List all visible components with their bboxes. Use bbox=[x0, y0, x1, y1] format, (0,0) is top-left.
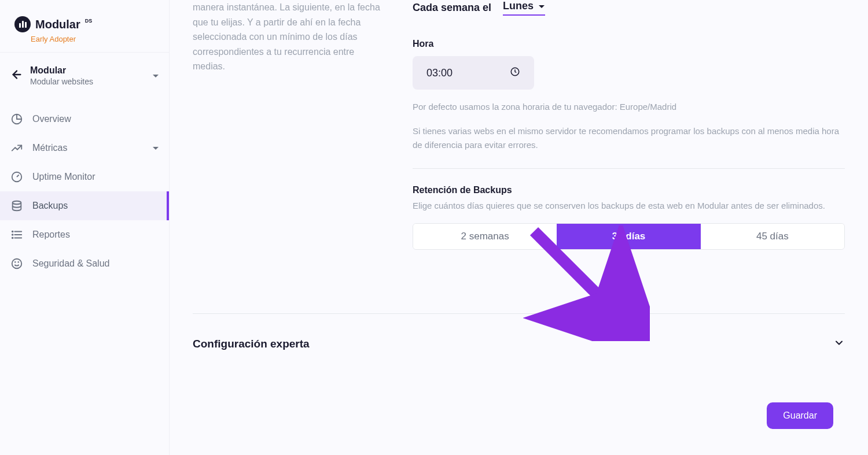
retention-options: 2 semanas 30 días 45 días bbox=[413, 223, 845, 250]
svg-point-8 bbox=[12, 234, 13, 235]
nav-item-backups[interactable]: Backups bbox=[0, 191, 169, 220]
svg-point-11 bbox=[15, 262, 16, 262]
chevron-down-icon bbox=[153, 75, 159, 77]
logo-icon bbox=[14, 16, 31, 32]
svg-point-12 bbox=[18, 262, 19, 262]
early-adopter-tag: Early Adopter bbox=[31, 35, 155, 43]
org-subtitle: Modular websites bbox=[30, 77, 93, 86]
logo[interactable]: Modular DS bbox=[14, 16, 155, 32]
time-value: 03:00 bbox=[426, 67, 453, 79]
description-column: manera instantánea. La siguiente, en la … bbox=[193, 0, 401, 267]
smile-icon bbox=[10, 257, 23, 270]
sidebar: Modular DS Early Adopter Modular Modular… bbox=[0, 0, 170, 455]
retention-option-2[interactable]: 45 días bbox=[701, 224, 844, 249]
svg-point-10 bbox=[12, 259, 22, 269]
nav-item-uptime[interactable]: Uptime Monitor bbox=[0, 162, 169, 191]
metrics-icon bbox=[10, 142, 23, 154]
logo-suffix: DS bbox=[85, 18, 93, 24]
logo-section: Modular DS Early Adopter bbox=[0, 0, 169, 53]
schedule-label: Cada semana el bbox=[413, 2, 491, 14]
list-icon bbox=[10, 228, 23, 241]
svg-point-7 bbox=[12, 231, 13, 232]
back-arrow-icon[interactable] bbox=[10, 68, 23, 83]
nav-list: Overview Métricas Uptime Monitor Backups bbox=[0, 99, 169, 284]
day-value: Lunes bbox=[503, 0, 534, 12]
divider bbox=[413, 168, 845, 169]
nav-label: Overview bbox=[32, 114, 71, 124]
nav-item-security[interactable]: Seguridad & Salud bbox=[0, 249, 169, 278]
nav-label: Métricas bbox=[32, 143, 67, 153]
org-selector[interactable]: Modular Modular websites bbox=[0, 53, 169, 99]
retention-option-0[interactable]: 2 semanas bbox=[413, 224, 557, 249]
nav-label: Seguridad & Salud bbox=[32, 258, 109, 269]
svg-point-3 bbox=[13, 201, 21, 205]
pie-chart-icon bbox=[10, 113, 23, 125]
chevron-down-icon bbox=[153, 147, 159, 150]
retention-option-1[interactable]: 30 días bbox=[557, 224, 700, 249]
nav-item-overview[interactable]: Overview bbox=[0, 105, 169, 134]
nav-label: Reportes bbox=[32, 230, 70, 240]
nav-label: Uptime Monitor bbox=[32, 172, 95, 182]
settings-column: Cada semana el Lunes Hora 03:00 Por defe… bbox=[401, 0, 845, 267]
save-button[interactable]: Guardar bbox=[767, 402, 833, 429]
gauge-icon bbox=[10, 171, 23, 183]
retention-title: Retención de Backups bbox=[413, 185, 845, 195]
org-title: Modular bbox=[30, 65, 93, 76]
clock-icon bbox=[510, 66, 520, 79]
nav-item-metrics[interactable]: Métricas bbox=[0, 134, 169, 162]
chevron-down-icon bbox=[538, 1, 545, 12]
main-content: manera instantánea. La siguiente, en la … bbox=[170, 0, 868, 455]
retention-desc: Elige cuántos días quieres que se conser… bbox=[413, 199, 845, 213]
day-selector[interactable]: Lunes bbox=[503, 0, 545, 16]
expert-config-toggle[interactable]: Configuración experta bbox=[170, 314, 868, 374]
timezone-info: Por defecto usamos la zona horaria de tu… bbox=[413, 100, 845, 114]
time-input[interactable]: 03:00 bbox=[413, 56, 534, 90]
scheduling-tip: Si tienes varias webs en el mismo servid… bbox=[413, 124, 845, 152]
database-icon bbox=[10, 199, 23, 212]
nav-item-reports[interactable]: Reportes bbox=[0, 220, 169, 249]
logo-text: Modular bbox=[35, 18, 80, 31]
expert-config-title: Configuración experta bbox=[193, 338, 310, 350]
hour-label: Hora bbox=[413, 39, 845, 49]
nav-label: Backups bbox=[32, 201, 68, 211]
description-text: manera instantánea. La siguiente, en la … bbox=[193, 0, 384, 74]
chevron-down-icon bbox=[833, 337, 845, 351]
svg-point-9 bbox=[12, 238, 13, 239]
